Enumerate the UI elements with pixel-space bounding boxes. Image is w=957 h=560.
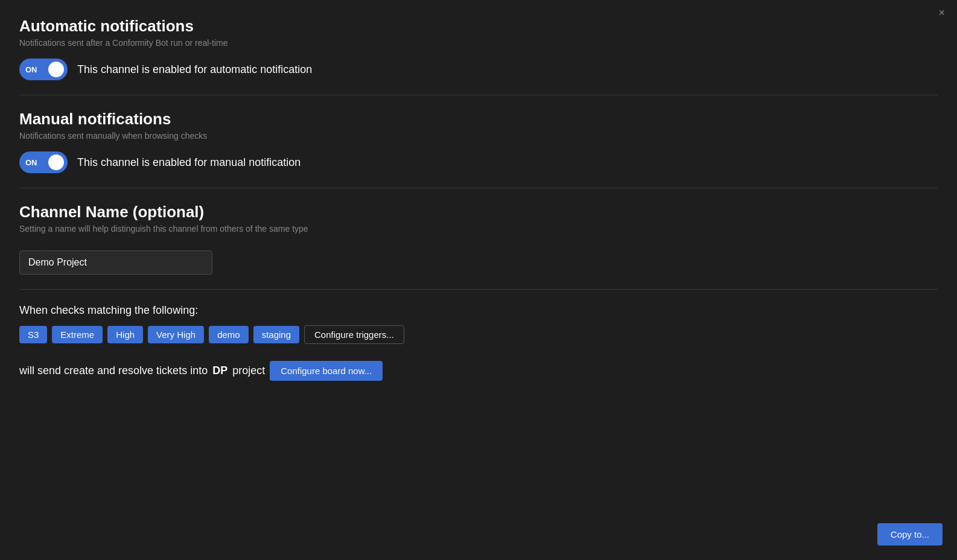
channel-name-section: Channel Name (optional) Setting a name w… — [19, 203, 938, 275]
automatic-notifications-subtitle: Notifications sent after a Conformity Bo… — [19, 38, 938, 48]
ticket-suffix: project — [232, 364, 265, 377]
trigger-tag: S3 — [19, 326, 47, 343]
close-button[interactable]: × — [938, 7, 945, 18]
manual-notifications-title: Manual notifications — [19, 110, 938, 129]
channel-name-subtitle: Setting a name will help distinguish thi… — [19, 224, 938, 234]
page-container: × Automatic notifications Notifications … — [0, 0, 957, 560]
automatic-toggle-row: ON This channel is enabled for automatic… — [19, 59, 938, 80]
manual-notifications-subtitle: Notifications sent manually when browsin… — [19, 131, 938, 141]
manual-toggle-knob — [48, 154, 64, 170]
divider-3 — [19, 289, 938, 290]
trigger-tag: demo — [209, 326, 249, 343]
automatic-notifications-title: Automatic notifications — [19, 17, 938, 36]
manual-toggle-on-label: ON — [25, 158, 37, 167]
automatic-toggle-on-label: ON — [25, 65, 37, 74]
trigger-tag: Extreme — [52, 326, 103, 343]
channel-name-title: Channel Name (optional) — [19, 203, 938, 221]
trigger-tag: Very High — [148, 326, 204, 343]
ticket-row: will send create and resolve tickets int… — [19, 361, 938, 381]
triggers-title: When checks matching the following: — [19, 304, 938, 317]
manual-notifications-section: Manual notifications Notifications sent … — [19, 110, 938, 173]
automatic-toggle-knob — [48, 62, 64, 77]
triggers-row: S3ExtremeHighVery HighdemostagingConfigu… — [19, 325, 938, 344]
trigger-tag: High — [107, 326, 143, 343]
channel-name-input[interactable] — [19, 250, 212, 275]
manual-toggle-row: ON This channel is enabled for manual no… — [19, 151, 938, 173]
divider-2 — [19, 188, 938, 188]
automatic-toggle[interactable]: ON — [19, 59, 68, 80]
configure-board-button[interactable]: Configure board now... — [270, 361, 383, 381]
triggers-section: When checks matching the following: S3Ex… — [19, 304, 938, 344]
ticket-project: DP — [212, 364, 227, 377]
manual-toggle[interactable]: ON — [19, 151, 68, 173]
configure-triggers-button[interactable]: Configure triggers... — [304, 325, 404, 344]
trigger-tag: staging — [253, 326, 299, 343]
ticket-prefix: will send create and resolve tickets int… — [19, 364, 208, 377]
automatic-toggle-description: This channel is enabled for automatic no… — [77, 63, 312, 76]
copy-to-button[interactable]: Copy to... — [877, 523, 943, 546]
manual-toggle-description: This channel is enabled for manual notif… — [77, 156, 300, 169]
automatic-notifications-section: Automatic notifications Notifications se… — [19, 17, 938, 80]
divider-1 — [19, 95, 938, 95]
